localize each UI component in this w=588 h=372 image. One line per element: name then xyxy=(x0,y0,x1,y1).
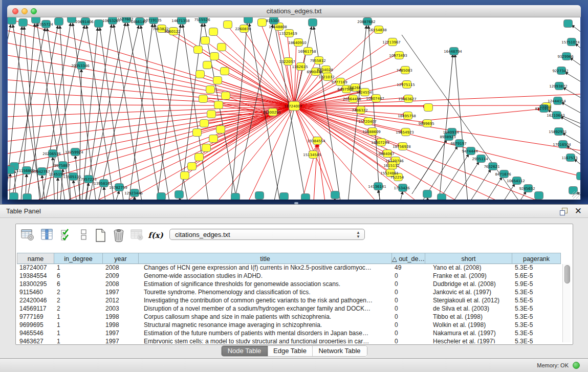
table-cell[interactable]: 49 xyxy=(392,264,425,272)
graph-node[interactable] xyxy=(19,19,28,27)
table-cell[interactable]: 5.3E-5 xyxy=(512,313,561,321)
table-cell[interactable]: 5.3E-5 xyxy=(512,321,561,330)
table-cell[interactable]: 6 xyxy=(54,280,103,289)
window-titlebar[interactable]: citations_edges.txt xyxy=(7,5,581,17)
table-cell[interactable]: Estimation of the future numbers of pati… xyxy=(139,330,392,338)
citation-network-graph[interactable]: 1872400718300295193845541513454513325419… xyxy=(8,17,580,200)
graph-node[interactable] xyxy=(8,17,16,25)
table-cell[interactable]: 9777169 xyxy=(17,313,54,321)
row-options-icon[interactable] xyxy=(76,228,92,243)
table-cell[interactable]: 5.6E-5 xyxy=(512,272,561,280)
graph-node[interactable] xyxy=(10,193,18,200)
column-header-year[interactable]: year xyxy=(103,253,139,264)
table-cell[interactable]: 2 xyxy=(54,289,103,297)
graph-node[interactable] xyxy=(424,104,433,112)
table-cell[interactable]: Genome-wide association studies in ADHD. xyxy=(139,272,392,280)
graph-node[interactable] xyxy=(564,20,573,28)
graph-node[interactable] xyxy=(423,190,432,198)
table-cell[interactable]: Tourette syndrome. Phenomenology and cla… xyxy=(139,289,392,297)
table-cell[interactable]: 9465546 xyxy=(17,330,54,338)
table-cell[interactable]: Jankovic et al. (1997) xyxy=(425,289,512,297)
table-cell[interactable]: 2003 xyxy=(103,305,139,313)
table-cell[interactable]: 0 xyxy=(392,272,425,280)
table-cell[interactable]: Nakamura et al. (1997) xyxy=(425,330,512,338)
graph-node[interactable] xyxy=(301,194,310,200)
graph-node[interactable] xyxy=(309,19,317,27)
table-cell[interactable]: 1997 xyxy=(103,289,139,297)
table-cell[interactable]: 22420046 xyxy=(17,297,54,305)
table-row[interactable]: 1938455462009Genome-wide association stu… xyxy=(17,272,561,280)
table-cell[interactable]: Changes of HCN gene expression and I(f) … xyxy=(139,264,392,272)
graph-node[interactable] xyxy=(55,18,63,26)
graph-node[interactable] xyxy=(213,77,222,84)
graph-node[interactable] xyxy=(255,192,264,200)
table-cell[interactable]: Franke et al. (2009) xyxy=(425,272,512,280)
table-cell[interactable]: 2008 xyxy=(103,264,139,272)
table-cell[interactable]: Tibbo et al. (1998) xyxy=(425,313,512,321)
table-cell[interactable]: 2012 xyxy=(103,297,139,305)
scrollbar-thumb[interactable] xyxy=(564,265,570,283)
table-cell[interactable]: 18300295 xyxy=(17,280,54,289)
table-cell[interactable]: 0 xyxy=(392,330,425,338)
graph-node[interactable] xyxy=(201,37,210,45)
graph-node[interactable] xyxy=(231,193,240,200)
table-cell[interactable]: 5.3E-5 xyxy=(512,338,561,343)
table-cell[interactable]: 2008 xyxy=(103,280,139,289)
column-header-name[interactable]: name xyxy=(17,253,54,264)
table-cell[interactable]: Corpus callosum shape and size in male p… xyxy=(139,313,392,321)
table-cell[interactable]: 6 xyxy=(54,272,103,280)
graph-node[interactable] xyxy=(175,191,184,199)
graph-node[interactable] xyxy=(535,192,543,200)
table-cell[interactable]: 9699695 xyxy=(17,321,54,330)
table-settings-icon[interactable] xyxy=(20,228,35,243)
graph-node[interactable] xyxy=(438,194,446,200)
table-cell[interactable]: 1998 xyxy=(103,321,139,330)
graph-node[interactable] xyxy=(214,101,223,109)
tab-network-table[interactable]: Network Table xyxy=(313,346,367,356)
graph-node[interactable] xyxy=(209,135,218,143)
graph-node[interactable] xyxy=(157,193,166,200)
graph-node[interactable] xyxy=(216,126,225,134)
table-vertical-scrollbar[interactable] xyxy=(562,264,571,342)
table-cell[interactable]: 5.3E-5 xyxy=(512,264,561,272)
graph-node[interactable] xyxy=(280,193,289,200)
table-cell[interactable]: Estimation of significance thresholds fo… xyxy=(139,280,392,289)
graph-node[interactable] xyxy=(200,120,209,127)
column-header-in_degree[interactable]: in_degree xyxy=(54,253,103,264)
graph-node[interactable] xyxy=(217,43,226,51)
table-cell[interactable]: 9463627 xyxy=(17,338,54,343)
memory-ok-indicator[interactable] xyxy=(573,362,580,369)
column-header-title[interactable]: title xyxy=(139,253,392,264)
graph-node[interactable] xyxy=(199,95,208,103)
table-cell[interactable]: 2009 xyxy=(103,272,139,280)
table-cell[interactable]: 0 xyxy=(392,297,425,305)
float-panel-icon[interactable] xyxy=(560,208,568,215)
table-cell[interactable]: 0 xyxy=(392,321,425,330)
table-row[interactable]: 1830029562008Estimation of significance … xyxy=(17,280,561,289)
graph-node[interactable] xyxy=(244,17,253,24)
table-cell[interactable]: 5.3E-5 xyxy=(512,289,561,297)
graph-node[interactable] xyxy=(209,28,218,36)
graph-node[interactable] xyxy=(202,144,211,152)
graph-node[interactable] xyxy=(23,194,32,200)
table-cell[interactable]: 1 xyxy=(54,321,103,330)
graph-node[interactable] xyxy=(221,68,229,75)
table-selector-dropdown[interactable]: citations_edges.txt ▲▼ xyxy=(169,229,365,240)
graph-node[interactable] xyxy=(8,166,15,174)
table-cell[interactable]: 14569117 xyxy=(17,305,54,313)
table-cell[interactable]: Stergiakouli et al. (2012) xyxy=(425,297,512,305)
select-all-icon[interactable] xyxy=(59,228,74,243)
graph-node[interactable] xyxy=(181,172,189,180)
graph-node[interactable] xyxy=(196,71,205,78)
function-builder-icon[interactable]: f(x) xyxy=(147,228,164,243)
table-cell[interactable]: 2 xyxy=(54,297,103,305)
table-row[interactable]: 946554611997Estimation of the future num… xyxy=(17,330,561,338)
table-cell[interactable]: Investigating the contribution of common… xyxy=(139,297,392,305)
column-header-short[interactable]: short xyxy=(425,253,512,264)
table-cell[interactable]: Disruption of a novel member of a sodium… xyxy=(139,305,392,313)
table-cell[interactable]: 5.5E-5 xyxy=(512,297,561,305)
show-columns-icon[interactable] xyxy=(39,228,55,243)
table-cell[interactable]: de Silva et al. (2003) xyxy=(425,305,512,313)
table-cell[interactable]: Embryonic stem cells: a model to study s… xyxy=(139,338,392,343)
graph-node[interactable] xyxy=(95,20,103,28)
